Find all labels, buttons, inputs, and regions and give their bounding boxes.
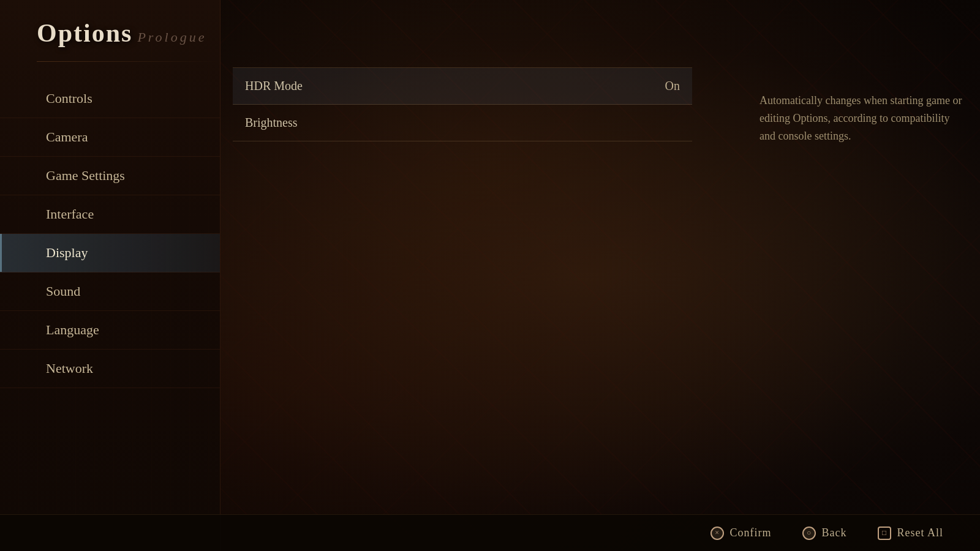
table-row[interactable]: HDR Mode On [233, 68, 692, 105]
setting-value-brightness [539, 105, 692, 141]
sidebar-item-language[interactable]: Language [0, 311, 220, 350]
nav-list: Controls Camera Game Settings Interface … [0, 80, 220, 388]
confirm-action[interactable]: × Confirm [710, 527, 772, 540]
back-action[interactable]: ○ Back [802, 527, 847, 540]
setting-label-brightness: Brightness [233, 105, 539, 141]
table-row[interactable]: Brightness [233, 105, 692, 141]
title-area: Options Prologue [37, 18, 206, 48]
sidebar-item-display[interactable]: Display [0, 234, 220, 272]
settings-table: HDR Mode On Brightness [233, 67, 692, 141]
sidebar-decorator [37, 61, 220, 62]
setting-value-hdr-mode: On [539, 68, 692, 105]
reset-all-action[interactable]: □ Reset All [878, 527, 944, 540]
reset-all-label: Reset All [897, 527, 944, 539]
back-icon: ○ [802, 527, 816, 540]
main-content: HDR Mode On Brightness Automatically cha… [221, 0, 980, 551]
info-text: Automatically changes when starting game… [760, 92, 968, 144]
sidebar-item-controls[interactable]: Controls [0, 80, 220, 118]
bottom-bar: × Confirm ○ Back □ Reset All [0, 514, 980, 551]
sidebar-item-game-settings[interactable]: Game Settings [0, 157, 220, 195]
sidebar: Options Prologue Controls Camera Game Se… [0, 0, 221, 551]
sidebar-item-interface[interactable]: Interface [0, 195, 220, 234]
setting-label-hdr-mode: HDR Mode [233, 68, 539, 105]
confirm-label: Confirm [730, 527, 772, 539]
page-subtitle: Prologue [137, 29, 206, 45]
page-title: Options [37, 19, 132, 47]
confirm-icon: × [710, 527, 724, 540]
sidebar-item-sound[interactable]: Sound [0, 272, 220, 311]
info-panel: Automatically changes when starting game… [747, 80, 980, 157]
reset-icon: □ [878, 527, 891, 540]
sidebar-item-camera[interactable]: Camera [0, 118, 220, 157]
back-label: Back [822, 527, 847, 539]
sidebar-item-network[interactable]: Network [0, 350, 220, 388]
